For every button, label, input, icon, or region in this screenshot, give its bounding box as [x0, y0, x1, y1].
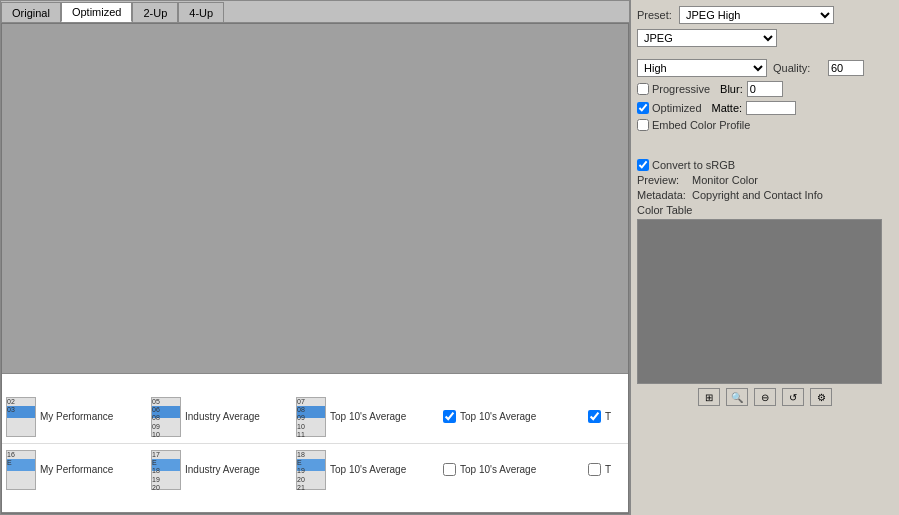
strip-label-2: Industry Average [185, 411, 260, 422]
convert-srgb-label[interactable]: Convert to sRGB [637, 159, 735, 171]
color-table-box [637, 219, 882, 384]
tab-4up[interactable]: 4-Up [178, 2, 224, 22]
preset-select[interactable]: JPEG High [679, 6, 834, 24]
strip-label-5: T [605, 411, 611, 422]
quality-input[interactable]: 60 [828, 60, 864, 76]
matte-color-box[interactable] [746, 101, 796, 115]
strip-label-1: My Performance [40, 411, 113, 422]
strip-label-b3: Top 10's Average [330, 464, 406, 475]
strip-label-4: Top 10's Average [460, 411, 536, 422]
color-table-label: Color Table [637, 204, 893, 216]
progressive-checkbox[interactable] [637, 83, 649, 95]
thumbnail-b2: 17E181920 [151, 450, 181, 490]
preview-value: Monitor Color [692, 174, 758, 186]
preset-label: Preset: [637, 9, 679, 21]
reset-icon-button[interactable]: ↺ [782, 388, 804, 406]
settings-icon-button[interactable]: ⚙ [810, 388, 832, 406]
left-panel: Original Optimized 2-Up 4-Up 0203 [0, 0, 630, 515]
metadata-value: Copyright and Contact Info [692, 189, 823, 201]
embed-color-checkbox[interactable] [637, 119, 649, 131]
zoom-out-icon-button[interactable]: ⊖ [754, 388, 776, 406]
blur-label: Blur: [720, 83, 743, 95]
embed-color-label[interactable]: Embed Color Profile [637, 119, 750, 131]
zoom-in-icon-button[interactable]: 🔍 [726, 388, 748, 406]
tab-optimized[interactable]: Optimized [61, 2, 133, 22]
strip-label-b2: Industry Average [185, 464, 260, 475]
metadata-label: Metadata: [637, 189, 692, 201]
progressive-checkbox-label[interactable]: Progressive [637, 83, 710, 95]
checkbox-bot-5[interactable] [588, 463, 601, 476]
convert-srgb-checkbox[interactable] [637, 159, 649, 171]
right-panel: Preset: JPEG High JPEG High Quality: 60 … [630, 0, 899, 515]
metadata-row: Metadata: Copyright and Contact Info [637, 189, 893, 201]
strip-label-b4: Top 10's Average [460, 464, 536, 475]
checkbox-top-4[interactable] [443, 410, 456, 423]
image-strip: 0203 My Performance 0506080910 Industry … [2, 373, 628, 513]
tab-2up[interactable]: 2-Up [132, 2, 178, 22]
matte-label: Matte: [712, 102, 743, 114]
progressive-blur-row: Progressive Blur: [637, 81, 893, 97]
tab-original[interactable]: Original [1, 2, 61, 22]
grid-icon-button[interactable]: ⊞ [698, 388, 720, 406]
strip-label-3: Top 10's Average [330, 411, 406, 422]
thumbnail-1: 0203 [6, 397, 36, 437]
thumbnail-b3: 18E192021 [296, 450, 326, 490]
strip-label-b1: My Performance [40, 464, 113, 475]
quality-label: Quality: [773, 62, 828, 74]
embed-color-row: Embed Color Profile [637, 119, 893, 131]
thumbnail-2: 0506080910 [151, 397, 181, 437]
bottom-toolbar: ⊞ 🔍 ⊖ ↺ ⚙ [637, 388, 893, 406]
optimized-matte-row: Optimized Matte: [637, 101, 893, 115]
checkbox-top-5[interactable] [588, 410, 601, 423]
format-row: JPEG [637, 29, 893, 47]
optimized-checkbox[interactable] [637, 102, 649, 114]
strip-label-b5: T [605, 464, 611, 475]
blur-input[interactable] [747, 81, 783, 97]
color-table-section: Color Table [637, 204, 893, 384]
tab-bar: Original Optimized 2-Up 4-Up [1, 1, 629, 23]
format-select[interactable]: JPEG [637, 29, 777, 47]
preset-row: Preset: JPEG High [637, 6, 893, 24]
thumbnail-3: 0708091011 [296, 397, 326, 437]
canvas-area: 0203 My Performance 0506080910 Industry … [1, 23, 629, 514]
preview-label: Preview: [637, 174, 692, 186]
compression-select[interactable]: High [637, 59, 767, 77]
thumbnail-b1: 16E [6, 450, 36, 490]
convert-srgb-row: Convert to sRGB [637, 159, 893, 171]
optimized-checkbox-label[interactable]: Optimized [637, 102, 702, 114]
quality-compression-row: High Quality: 60 [637, 59, 893, 77]
preview-row: Preview: Monitor Color [637, 174, 893, 186]
checkbox-bot-4[interactable] [443, 463, 456, 476]
